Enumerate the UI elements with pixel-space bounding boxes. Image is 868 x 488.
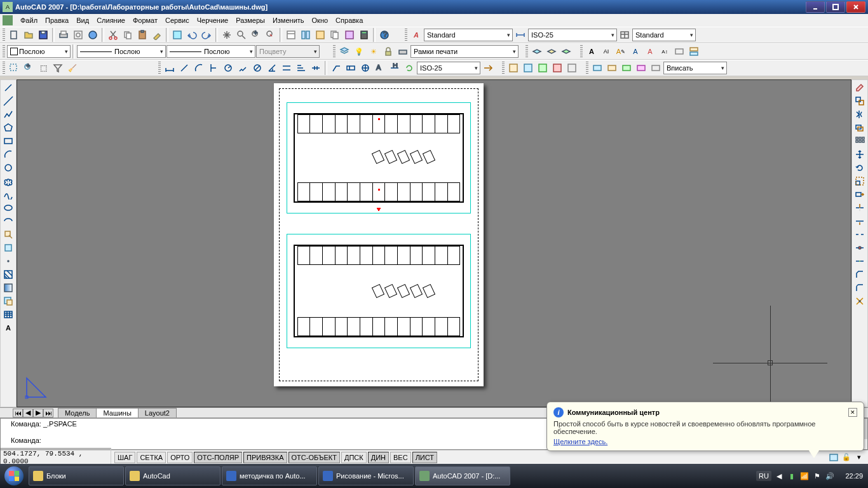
- dim-aligned-button[interactable]: [177, 61, 191, 75]
- maximize-button[interactable]: [826, 1, 845, 13]
- dim-style-combo2[interactable]: ISO-25: [417, 62, 480, 74]
- menu-tools[interactable]: Сервис: [161, 15, 193, 25]
- dim-continue-button[interactable]: [309, 61, 323, 75]
- lineweight-combo[interactable]: Послою: [166, 45, 255, 58]
- tab-last-button[interactable]: ⏭: [43, 409, 53, 417]
- status-toggle-лист[interactable]: ЛИСТ: [412, 452, 437, 463]
- tab-layout2[interactable]: Layout2: [138, 408, 177, 418]
- taskbar-item[interactable]: методичка по Auto...: [222, 466, 317, 485]
- table-button[interactable]: [1, 308, 15, 321]
- dim-update-button[interactable]: [402, 61, 416, 75]
- view-btn2[interactable]: [605, 61, 619, 75]
- taskbar-item[interactable]: Рисование - Micros...: [318, 466, 414, 485]
- tab-first-button[interactable]: ⏮: [13, 409, 23, 417]
- break-at-point-button[interactable]: [853, 241, 867, 254]
- layer-manager-button[interactable]: [337, 44, 351, 58]
- erase-button[interactable]: [853, 81, 867, 94]
- revcloud-button[interactable]: [1, 175, 15, 187]
- toolbar-grip[interactable]: [526, 45, 528, 58]
- rotate-button[interactable]: [853, 161, 867, 174]
- toolbar-grip[interactable]: [3, 29, 5, 41]
- dim-radius-button[interactable]: [221, 61, 235, 75]
- viewport-2[interactable]: [287, 234, 471, 348]
- mtext-button[interactable]: A: [585, 44, 599, 58]
- ellipse-button[interactable]: [1, 201, 15, 214]
- viewport-1[interactable]: [287, 102, 471, 214]
- layer-tool-1[interactable]: [530, 44, 544, 58]
- lock-ui-icon[interactable]: 🔓: [841, 452, 851, 463]
- gradient-button[interactable]: [1, 281, 15, 294]
- redo-button[interactable]: [200, 28, 214, 42]
- minimize-button[interactable]: [806, 1, 825, 13]
- view-btn3[interactable]: [620, 61, 634, 75]
- pan-button[interactable]: [220, 28, 234, 42]
- plot-button[interactable]: [57, 28, 71, 42]
- menu-dimension[interactable]: Размеры: [232, 15, 269, 25]
- zoom-fit-combo[interactable]: Вписать: [663, 62, 727, 74]
- explode-button[interactable]: [853, 295, 867, 308]
- close-button[interactable]: [846, 1, 865, 13]
- status-toggle-шаг[interactable]: ШАГ: [114, 452, 135, 463]
- chamfer-button[interactable]: [853, 268, 867, 281]
- circle-button[interactable]: [1, 161, 15, 174]
- mirror-button[interactable]: [853, 108, 867, 121]
- dim-angular-button[interactable]: [265, 61, 279, 75]
- taskbar-item[interactable]: AutoCAD 2007 - [D:...: [415, 466, 510, 485]
- filter-button[interactable]: [51, 61, 65, 75]
- layer-sun-icon[interactable]: ☀: [367, 44, 381, 58]
- insert-block-button[interactable]: [1, 228, 15, 241]
- spline-button[interactable]: [1, 188, 15, 201]
- color-combo[interactable]: Послою: [7, 45, 71, 58]
- clock[interactable]: 22:29: [837, 472, 863, 480]
- text-convert-button[interactable]: [687, 44, 701, 58]
- dim-text-edit-button[interactable]: H: [388, 61, 402, 75]
- text-edit-button[interactable]: A✎: [614, 44, 628, 58]
- spell-button[interactable]: A: [643, 44, 657, 58]
- layer-lock-icon[interactable]: [381, 44, 395, 58]
- status-toggle-дпск[interactable]: ДПСК: [341, 452, 367, 463]
- design-center-button[interactable]: [299, 28, 313, 42]
- save-button[interactable]: [36, 28, 50, 42]
- find-button[interactable]: A: [628, 44, 642, 58]
- select-button[interactable]: [7, 61, 21, 75]
- text-justify-button[interactable]: [672, 44, 686, 58]
- zoom-previous-button[interactable]: [264, 28, 278, 42]
- status-toggle-сетка[interactable]: СЕТКА: [137, 452, 166, 463]
- viewport-btn5[interactable]: [565, 61, 579, 75]
- toolbar-grip[interactable]: [3, 62, 5, 74]
- dim-ordinate-button[interactable]: [207, 61, 220, 75]
- toolbar-grip[interactable]: [405, 29, 407, 41]
- menu-help[interactable]: Справка: [332, 15, 367, 25]
- menu-file[interactable]: Файл: [17, 15, 41, 25]
- layer-lightbulb-icon[interactable]: 💡: [352, 44, 366, 58]
- quick-dim-button[interactable]: [280, 61, 294, 75]
- taskbar-item[interactable]: AutoCad: [125, 466, 220, 485]
- match-properties-button[interactable]: [150, 28, 164, 42]
- viewport-btn1[interactable]: [506, 61, 520, 75]
- toolbar-grip[interactable]: [580, 45, 583, 58]
- language-indicator[interactable]: RU: [756, 471, 771, 481]
- leader-button[interactable]: [329, 61, 343, 75]
- menu-insert[interactable]: Слияние: [93, 15, 129, 25]
- properties-button[interactable]: [284, 28, 298, 42]
- cut-button[interactable]: [106, 28, 120, 42]
- help-button[interactable]: ?: [377, 28, 391, 42]
- menu-draw[interactable]: Черчение: [193, 15, 233, 25]
- taskbar-item[interactable]: Блоки: [29, 466, 124, 485]
- dim-style-combo[interactable]: ISO-25: [528, 29, 617, 41]
- layer-tool-2[interactable]: [545, 44, 559, 58]
- dim-edit-button[interactable]: A: [373, 61, 387, 75]
- text-style-icon[interactable]: A: [409, 28, 423, 42]
- view-btn1[interactable]: [590, 61, 604, 75]
- break-button[interactable]: [853, 228, 867, 241]
- layer-tool-3[interactable]: [559, 44, 573, 58]
- block-editor-button[interactable]: [170, 28, 184, 42]
- trim-button[interactable]: [853, 201, 867, 214]
- table-style-combo[interactable]: Standard: [632, 29, 696, 41]
- undo-button[interactable]: [185, 28, 199, 42]
- stretch-button[interactable]: [853, 188, 867, 201]
- layer-plot-icon[interactable]: [396, 44, 410, 58]
- menu-modify[interactable]: Изменить: [269, 15, 308, 25]
- tolerance-button[interactable]: [344, 61, 358, 75]
- view-btn4[interactable]: [634, 61, 648, 75]
